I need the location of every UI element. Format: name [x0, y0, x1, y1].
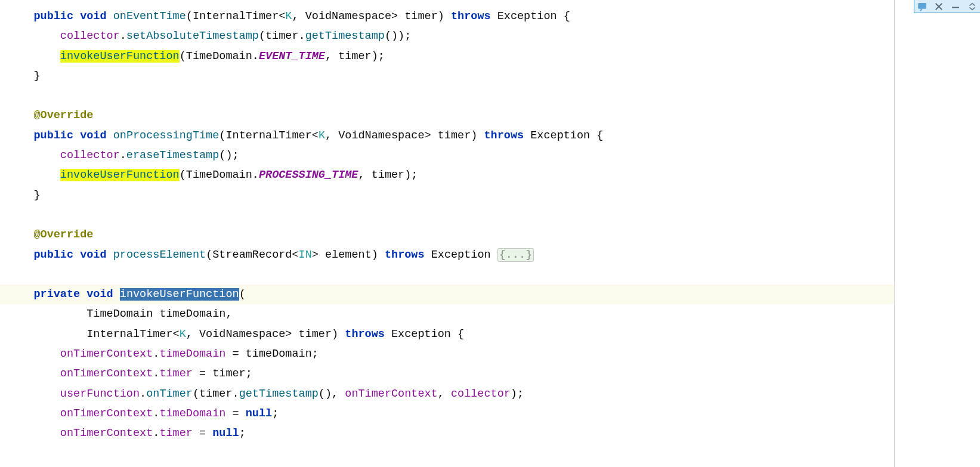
type: VoidNamespace [305, 10, 391, 23]
param-name: timeDomain [159, 308, 225, 320]
highlighted-call: invokeUserFunction [60, 50, 180, 63]
method-name: onEventTime [113, 10, 186, 23]
keyword-null: null [246, 407, 272, 420]
param-name: timer [404, 10, 438, 23]
field-ref: timeDomain [159, 407, 225, 420]
field-ref: timer [159, 427, 193, 440]
field-ref: onTimerContext [60, 367, 153, 380]
code-line: @Override [7, 109, 93, 122]
code-line: invokeUserFunction(TimeDomain.PROCESSING… [7, 169, 418, 181]
annotation: @Override [33, 228, 93, 241]
field-ref: timeDomain [159, 348, 225, 360]
var-ref: timer [372, 169, 405, 181]
highlighted-call: invokeUserFunction [60, 169, 180, 181]
type: Exception [497, 10, 557, 23]
field-ref: onTimerContext [60, 348, 153, 360]
type: TimeDomain [186, 169, 252, 181]
type: Exception [530, 129, 590, 142]
code-line: userFunction.onTimer(timer.getTimestamp(… [7, 388, 524, 400]
minimize-icon[interactable] [950, 1, 961, 12]
code-line: onTimerContext.timeDomain = null; [7, 407, 279, 420]
generic-param: K [319, 129, 325, 142]
field-ref: onTimerContext [60, 427, 153, 440]
var-ref: timer [212, 367, 246, 380]
code-line: TimeDomain timeDomain, [7, 308, 233, 320]
type: TimeDomain [186, 50, 252, 63]
code-line: onTimerContext.timer = timer; [7, 367, 252, 380]
code-line: collector.setAbsoluteTimestamp(timer.get… [7, 30, 411, 42]
param-name: timer [299, 328, 332, 341]
var-ref: timer [199, 388, 233, 400]
keyword-null: null [212, 427, 239, 440]
param-name: timer [438, 129, 471, 142]
method-name: processElement [113, 249, 206, 261]
code-line: public void processElement(StreamRecord<… [7, 248, 534, 262]
field-ref: onTimerContext [345, 388, 437, 400]
constant: PROCESSING_TIME [259, 169, 358, 181]
type: VoidNamespace [338, 129, 424, 142]
type: TimeDomain [86, 308, 153, 320]
code-line: @Override [7, 228, 93, 241]
method-name: onProcessingTime [113, 129, 220, 142]
code-line: public void onEventTime(InternalTimer<K,… [7, 10, 570, 23]
type: StreamRecord [212, 249, 292, 261]
field-ref: collector [60, 149, 120, 162]
keyword-public: public [33, 129, 73, 142]
type: Exception [391, 328, 451, 341]
field-ref: onTimerContext [60, 407, 153, 420]
field-ref: userFunction [60, 388, 140, 400]
code-editor[interactable]: public void onEventTime(InternalTimer<K,… [0, 0, 895, 467]
var-ref: timer [265, 30, 299, 42]
current-line: private void invokeUserFunction( [0, 284, 895, 304]
code-line: onTimerContext.timer = null; [7, 427, 246, 440]
field-ref: collector [60, 30, 120, 42]
keyword-private: private [33, 288, 80, 301]
method-call: onTimer [146, 388, 193, 400]
selected-text: invokeUserFunction [120, 288, 239, 301]
keyword-void: void [80, 10, 106, 23]
keyword-void: void [86, 288, 113, 301]
keyword-throws: throws [385, 249, 425, 261]
annotation: @Override [33, 109, 93, 122]
code-line: } [7, 189, 41, 202]
method-call: eraseTimestamp [126, 149, 219, 162]
blank-line [7, 268, 14, 281]
keyword-public: public [33, 10, 73, 23]
type: VoidNamespace [199, 328, 285, 341]
blank-line [7, 209, 14, 221]
generic-param: K [180, 328, 186, 341]
code-line: } [7, 70, 41, 82]
svg-rect-0 [918, 3, 926, 9]
method-call: getTimestamp [305, 30, 385, 42]
generic-param: K [285, 10, 292, 23]
keyword-throws: throws [451, 10, 491, 23]
code-line: public void onProcessingTime(InternalTim… [7, 129, 603, 142]
field-ref: timer [159, 367, 193, 380]
keyword-throws: throws [345, 328, 385, 341]
var-ref: timer [338, 50, 372, 63]
method-call: setAbsoluteTimestamp [126, 30, 259, 42]
close-icon[interactable] [933, 1, 944, 12]
chat-icon[interactable] [917, 1, 928, 12]
param-name: element [325, 249, 372, 261]
generic-param: IN [299, 249, 312, 261]
var-ref: timeDomain [246, 348, 312, 360]
fold-marker[interactable]: {...} [497, 248, 534, 262]
expand-icon[interactable] [967, 1, 978, 12]
type: Exception [431, 249, 491, 261]
keyword-void: void [80, 129, 106, 142]
keyword-public: public [33, 249, 73, 261]
editor-right-margin [894, 0, 895, 467]
code-line: onTimerContext.timeDomain = timeDomain; [7, 348, 319, 360]
keyword-throws: throws [484, 129, 524, 142]
code-line: invokeUserFunction(TimeDomain.EVENT_TIME… [7, 50, 385, 63]
code-line: InternalTimer<K, VoidNamespace> timer) t… [7, 328, 464, 341]
constant: EVENT_TIME [259, 50, 325, 63]
method-call: getTimestamp [239, 388, 319, 400]
blank-line [7, 89, 14, 102]
code-line: collector.eraseTimestamp(); [7, 149, 239, 162]
toolbar-floating [914, 0, 980, 13]
field-ref: collector [451, 388, 511, 400]
type: InternalTimer [193, 10, 279, 23]
type: InternalTimer [225, 129, 311, 142]
